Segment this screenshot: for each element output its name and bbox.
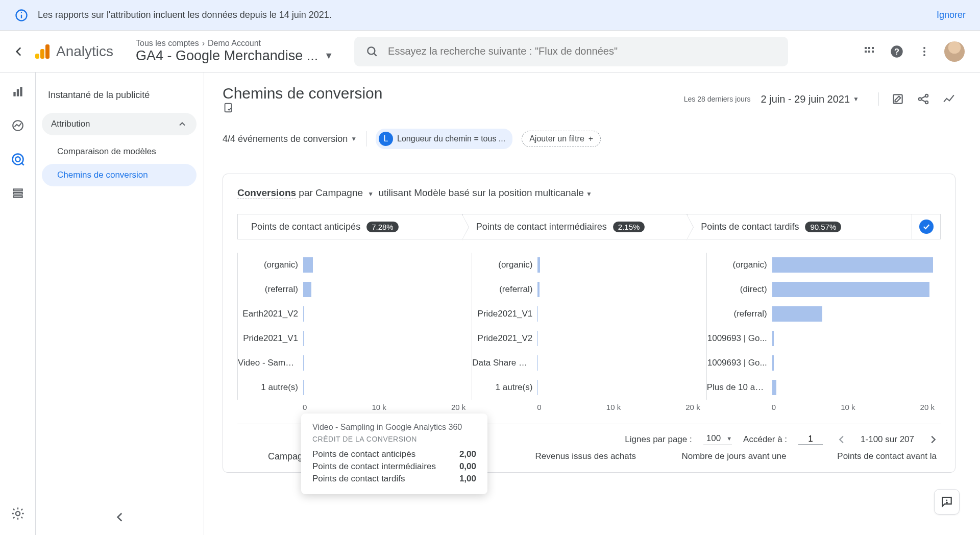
rail-advertising-icon[interactable]: [8, 149, 28, 169]
svg-rect-26: [13, 192, 22, 194]
metric-dropdown[interactable]: Conversions: [237, 187, 296, 199]
rows-per-page-select[interactable]: 100▼: [703, 433, 732, 445]
sidebar-section-attribution[interactable]: Attribution: [42, 113, 197, 135]
chart-row[interactable]: (organic): [238, 253, 465, 277]
brand-name: Analytics: [56, 43, 113, 60]
rail-admin-icon[interactable]: [8, 503, 28, 524]
svg-line-34: [921, 96, 926, 99]
goto-input[interactable]: [798, 434, 823, 445]
svg-rect-12: [868, 51, 870, 53]
chevron-right-icon: ›: [202, 39, 205, 48]
customize-report-icon[interactable]: [223, 102, 388, 113]
chart-axis: 010 k20 k: [706, 403, 935, 411]
sidebar-item-model-comparison[interactable]: Comparaison de modèles: [42, 140, 197, 163]
svg-rect-29: [225, 104, 232, 112]
chevron-down-icon: ▼: [351, 135, 357, 142]
column-days[interactable]: Nombre de jours avant une: [640, 451, 791, 462]
search-box[interactable]: [354, 37, 788, 66]
svg-rect-21: [20, 87, 22, 96]
chevron-down-icon[interactable]: ▼: [368, 190, 374, 198]
chart-row[interactable]: 1009693 | Go...: [707, 326, 935, 351]
sidebar-headline[interactable]: Instantané de la publicité: [40, 85, 199, 106]
more-vert-icon[interactable]: [917, 44, 932, 59]
rail-reports-icon[interactable]: [8, 82, 28, 102]
svg-line-35: [921, 100, 926, 102]
segment-0[interactable]: Points de contact anticipés7.28%: [237, 214, 462, 239]
goto-label: Accéder à :: [743, 434, 787, 445]
topbar: Analytics Tous les comptes › Demo Accoun…: [0, 31, 980, 72]
segment-2[interactable]: Points de contact tardifs90.57%: [687, 214, 912, 239]
column-revenue[interactable]: Revenus issus des achats: [490, 451, 641, 462]
back-button[interactable]: [6, 45, 32, 58]
chart-row[interactable]: (direct): [707, 277, 935, 302]
date-range-picker[interactable]: 2 juin - 29 juin 2021 ▼: [761, 93, 859, 105]
page-next-button[interactable]: [925, 434, 941, 445]
edit-comparisons-icon[interactable]: [891, 92, 904, 106]
chart-row[interactable]: Plus de 10 au...: [707, 375, 935, 400]
chart-row[interactable]: 1009693 | Go...: [707, 351, 935, 375]
chart-row[interactable]: Pride2021_V1: [238, 326, 465, 351]
chart-row[interactable]: Pride2021_V1: [472, 302, 700, 326]
chart-row[interactable]: (organic): [472, 253, 700, 277]
svg-rect-25: [13, 189, 22, 190]
account-selector[interactable]: Tous les comptes › Demo Account GA4 - Go…: [136, 39, 350, 64]
chart-row[interactable]: Data Share Pr...: [472, 351, 700, 375]
share-icon[interactable]: [917, 92, 930, 106]
help-icon[interactable]: ?: [889, 44, 904, 59]
sidebar-item-conversion-paths[interactable]: Chemins de conversion: [42, 164, 197, 186]
info-message: Les rapports sur l'attribution incluent …: [38, 10, 937, 20]
page-title: Chemins de conversion: [223, 85, 388, 113]
chart-row[interactable]: (organic): [707, 253, 935, 277]
property-title: GA4 - Google Merchandise ...: [136, 48, 318, 64]
filter-path-length[interactable]: L Longueur du chemin = tous ...: [376, 129, 512, 149]
chevron-down-icon[interactable]: ▼: [586, 190, 592, 198]
logo[interactable]: Analytics: [34, 43, 113, 60]
page-prev-button[interactable]: [834, 434, 849, 445]
svg-rect-10: [872, 47, 874, 49]
info-dismiss[interactable]: Ignorer: [937, 10, 966, 20]
add-filter-button[interactable]: Ajouter un filtre +: [522, 131, 601, 147]
sidebar-section-label: Attribution: [51, 119, 90, 129]
svg-rect-27: [13, 196, 22, 197]
rail-configure-icon[interactable]: [8, 183, 28, 203]
analytics-logo-icon: [34, 43, 51, 60]
chart-column-2: (organic)(direct)(referral)1009693 | Go.…: [706, 253, 941, 411]
chevron-down-icon: ▼: [853, 95, 859, 103]
apps-icon[interactable]: [862, 44, 877, 59]
chart-row[interactable]: Video - Sampl...: [238, 351, 465, 375]
page-range: 1-100 sur 207: [861, 434, 914, 445]
breadcrumb: Tous les comptes › Demo Account: [136, 39, 350, 48]
date-range-label: Les 28 derniers jours: [684, 95, 751, 103]
chart-row[interactable]: Earth2021_V2: [238, 302, 465, 326]
column-touchpoints[interactable]: Points de contact avant la: [791, 451, 941, 462]
search-icon: [365, 45, 379, 58]
tooltip-row: Points de contact anticipés2,00: [312, 448, 476, 460]
svg-point-24: [15, 157, 20, 161]
rail-explore-icon[interactable]: [8, 115, 28, 136]
feedback-button[interactable]: [934, 489, 960, 515]
sidebar-collapse-button[interactable]: [113, 510, 127, 524]
chart-row[interactable]: 1 autre(s): [238, 375, 465, 400]
svg-rect-13: [872, 51, 874, 53]
chart-row[interactable]: 1 autre(s): [472, 375, 700, 400]
insights-icon[interactable]: [942, 92, 955, 106]
filter-conversion-events[interactable]: 4/4 événements de conversion▼: [223, 134, 357, 144]
svg-rect-4: [40, 49, 44, 59]
tooltip-row: Points de contact tardifs1,00: [312, 473, 476, 485]
avatar[interactable]: [944, 41, 965, 62]
chart-row[interactable]: (referral): [707, 302, 935, 326]
segment-1[interactable]: Points de contact intermédiaires2.15%: [462, 214, 688, 239]
search-input[interactable]: [388, 45, 777, 57]
svg-point-28: [15, 512, 19, 516]
divider: [366, 131, 366, 147]
tooltip-title: Video - Sampling in Google Analytics 360: [312, 423, 476, 432]
chart-row[interactable]: (referral): [238, 277, 465, 302]
svg-point-18: [923, 54, 925, 56]
chevron-up-icon: [177, 119, 187, 129]
filter-badge-l: L: [379, 132, 393, 146]
segment-check[interactable]: [912, 214, 941, 239]
chart-row[interactable]: Pride2021_V2: [472, 326, 700, 351]
chart-row[interactable]: (referral): [472, 277, 700, 302]
chevron-down-icon: ▼: [324, 51, 333, 61]
card-heading: Conversions par Campagne ▼ utilisant Mod…: [237, 187, 941, 199]
